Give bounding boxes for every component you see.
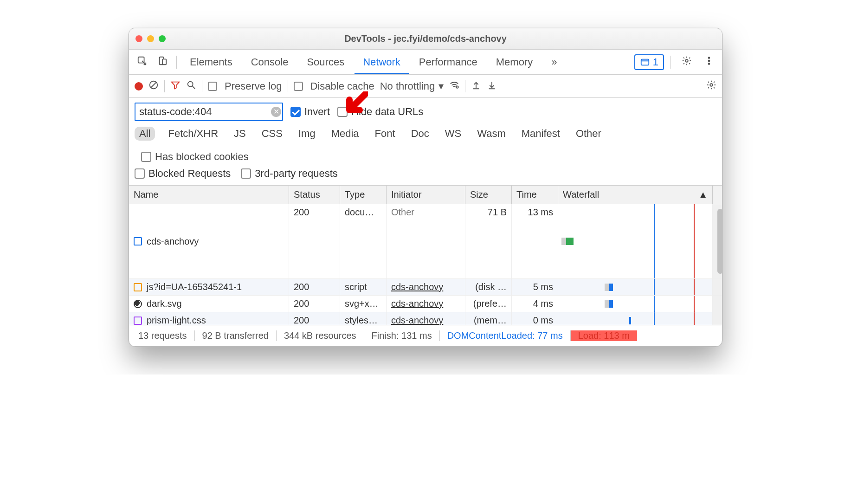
record-button[interactable] [135,82,143,90]
zoom-window-button[interactable] [159,35,166,42]
request-name: prism-light.css [147,315,206,325]
type-chip-font[interactable]: Font [372,127,398,141]
svg-rect-3 [641,59,649,65]
inspect-icon[interactable] [133,56,151,69]
status-dcl: DOMContentLoaded: 77 ms [440,330,571,341]
initiator-link[interactable]: cds-anchovy [391,298,443,309]
clear-filter-icon[interactable]: ✕ [271,107,281,117]
svg-point-4 [685,59,688,62]
window-title: DevTools - jec.fyi/demo/cds-anchovy [129,33,722,44]
tab-console[interactable]: Console [243,50,297,74]
scrollbar[interactable] [713,204,722,278]
cell-size: (mem… [465,312,512,325]
search-icon[interactable] [186,80,196,93]
cell-status: 200 [289,312,340,325]
svg-point-5 [709,57,710,58]
cell-initiator: cds-anchovy [387,296,465,312]
cell-size: 71 B [465,204,512,278]
status-requests: 13 requests [131,330,195,341]
initiator-link[interactable]: cds-anchovy [391,282,443,292]
svg-point-6 [709,60,710,61]
cell-time: 0 ms [512,312,558,325]
type-chip-doc[interactable]: Doc [408,127,432,141]
issues-badge[interactable]: 1 [634,54,664,70]
panel-tabs: Elements Console Sources Network Perform… [129,50,722,75]
filter-icon[interactable] [170,80,181,93]
tab-sources[interactable]: Sources [298,50,353,74]
cell-initiator: cds-anchovy [387,312,465,325]
cell-type: docu… [340,204,387,278]
type-chip-media[interactable]: Media [329,127,362,141]
preserve-log-checkbox[interactable]: Preserve log [208,80,282,92]
cell-type: script [340,279,387,295]
tab-network[interactable]: Network [355,50,409,74]
blocked-requests-checkbox[interactable]: Blocked Requests [135,168,231,180]
col-type[interactable]: Type [340,186,387,204]
panel-settings-icon[interactable] [706,80,716,93]
device-toggle-icon[interactable] [153,56,172,69]
status-finish: Finish: 131 ms [364,330,440,341]
clear-button[interactable] [148,80,159,93]
has-blocked-cookies-checkbox[interactable]: Has blocked cookies [141,151,249,163]
svg-point-9 [188,81,193,86]
file-type-icon [134,237,142,246]
tabs-overflow[interactable]: » [543,50,565,74]
filter-input[interactable] [135,103,283,121]
cell-time: 13 ms [512,204,558,278]
col-status[interactable]: Status [289,186,340,204]
settings-icon[interactable] [677,56,696,69]
minimize-window-button[interactable] [147,35,154,42]
table-header: Name Status Type Initiator Size Time Wat… [129,186,722,204]
network-toolbar: Preserve log Disable cache No throttling… [129,75,722,98]
disable-cache-checkbox[interactable]: Disable cache [294,80,374,92]
sort-indicator-icon: ▲ [698,189,708,200]
window-controls [135,35,166,42]
invert-checkbox[interactable]: Invert [290,106,330,118]
table-row[interactable]: cds-anchovy200docu…Other71 B13 ms [129,204,722,279]
type-chip-wasm[interactable]: Wasm [474,127,509,141]
file-type-icon [134,300,142,308]
type-chip-other[interactable]: Other [573,127,604,141]
col-time[interactable]: Time [512,186,558,204]
scrollbar[interactable] [713,279,722,295]
request-name: cds-anchovy [147,236,199,247]
col-size[interactable]: Size [465,186,512,204]
cell-initiator: Other [387,204,465,278]
cell-size: (disk … [465,279,512,295]
col-initiator[interactable]: Initiator [387,186,465,204]
table-row[interactable]: js?id=UA-165345241-1200scriptcds-anchovy… [129,279,722,296]
kebab-icon[interactable] [700,56,718,69]
type-chip-all[interactable]: All [135,127,155,141]
network-conditions-icon[interactable] [449,80,459,93]
type-chip-manifest[interactable]: Manifest [519,127,563,141]
cell-time: 4 ms [512,296,558,312]
tab-elements[interactable]: Elements [181,50,241,74]
scrollbar[interactable] [713,312,722,325]
table-row[interactable]: prism-light.css200styles…cds-anchovy(mem… [129,312,722,325]
cell-type: styles… [340,312,387,325]
issues-count: 1 [653,56,658,68]
upload-har-icon[interactable] [471,80,481,93]
cell-status: 200 [289,296,340,312]
col-waterfall[interactable]: Waterfall ▲ [558,186,713,204]
devtools-window: DevTools - jec.fyi/demo/cds-anchovy Elem… [129,28,722,347]
tab-performance[interactable]: Performance [411,50,486,74]
tab-memory[interactable]: Memory [488,50,541,74]
download-har-icon[interactable] [487,80,497,93]
cell-initiator: cds-anchovy [387,279,465,295]
table-row[interactable]: dark.svg200svg+x…cds-anchovy(prefe…4 ms [129,296,722,312]
type-chip-img[interactable]: Img [296,127,318,141]
annotation-arrow-icon [342,91,368,117]
type-chip-fetch-xhr[interactable]: Fetch/XHR [165,127,221,141]
initiator-link[interactable]: cds-anchovy [391,315,443,325]
cell-time: 5 ms [512,279,558,295]
scrollbar[interactable] [713,296,722,312]
type-chip-js[interactable]: JS [231,127,249,141]
throttling-select[interactable]: No throttling ▾ [380,80,444,92]
col-name[interactable]: Name [129,186,289,204]
request-name: dark.svg [147,298,182,309]
type-chip-css[interactable]: CSS [259,127,285,141]
close-window-button[interactable] [135,35,142,42]
third-party-checkbox[interactable]: 3rd-party requests [241,168,338,180]
type-chip-ws[interactable]: WS [442,127,464,141]
